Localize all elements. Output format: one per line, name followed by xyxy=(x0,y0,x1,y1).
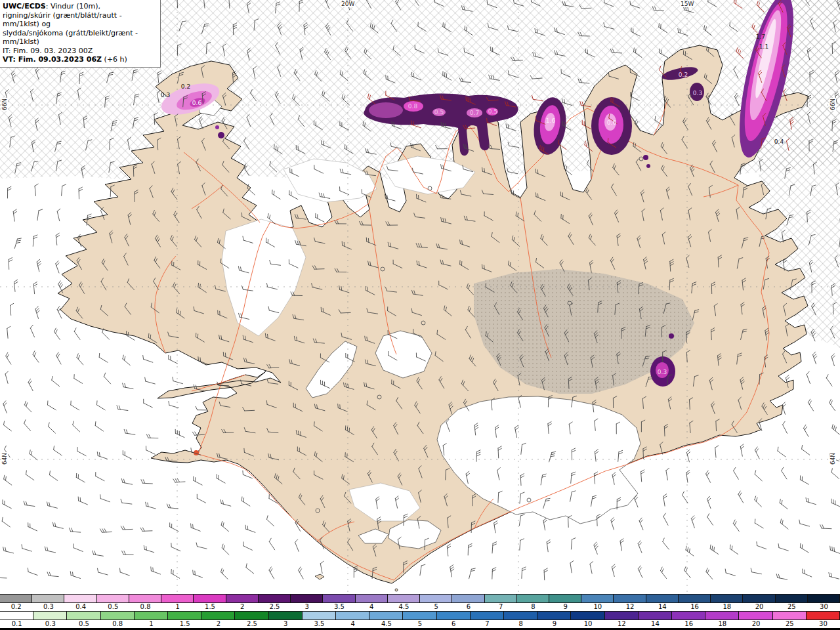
graticule-label: 66N xyxy=(830,98,836,111)
legend-value: 0.1 xyxy=(0,620,33,628)
legend-cell xyxy=(420,595,452,602)
legend-value: 2 xyxy=(201,620,235,628)
legend-cell xyxy=(571,612,604,620)
legend-rain-scale-values: 0.10.30.50.811.522.533.544.5567891012141… xyxy=(0,620,840,628)
legend-value: 12 xyxy=(614,603,646,611)
legend-value: 2.5 xyxy=(235,620,268,628)
legend-value: 0.5 xyxy=(97,603,129,611)
legend-cell xyxy=(303,612,336,620)
legend-value: 12 xyxy=(605,620,639,628)
legend-cell xyxy=(135,612,168,620)
legend-value: 4 xyxy=(336,620,369,628)
legend-cell xyxy=(161,595,194,602)
precip-value-label: 1.7 xyxy=(756,33,765,40)
legend-cell xyxy=(605,612,639,620)
legend-value: 0.8 xyxy=(129,603,161,611)
precip-value-label: 0.6 xyxy=(607,119,617,126)
legend-cell xyxy=(743,595,775,602)
legend-cell xyxy=(437,612,471,620)
legend-value: 3.5 xyxy=(323,603,355,611)
legend-cell xyxy=(259,595,291,602)
offshore-island xyxy=(395,589,398,591)
legend-cell xyxy=(471,612,504,620)
graticule-label: 64N xyxy=(1,452,8,465)
precip-value-label: 0.2 xyxy=(679,72,688,78)
legend-value: 6 xyxy=(437,620,471,628)
legend-rain-scale-bar xyxy=(0,611,840,620)
legend-value: 6 xyxy=(452,603,484,611)
legend-cell xyxy=(773,612,807,620)
legend-cell xyxy=(452,595,484,602)
legend-value: 1 xyxy=(161,603,194,611)
legend-cell xyxy=(67,612,100,620)
legend-cell xyxy=(235,612,268,620)
precip-value-label: 1.1 xyxy=(759,43,768,50)
precip-value-label: 0.8 xyxy=(408,103,418,110)
legend-value: 4.5 xyxy=(369,620,403,628)
legend-cell xyxy=(168,612,201,620)
precip-value-label: 0.5 xyxy=(434,109,444,116)
legend-value: 3.5 xyxy=(303,620,336,628)
precip-value-label: 1.6 xyxy=(546,117,556,124)
legend-value: 20 xyxy=(739,620,772,628)
precip-value-label: 0.7 xyxy=(470,110,479,116)
header-line-rain: rigning/skúrir (grænt/blátt/rautt - mm/1… xyxy=(3,11,156,29)
legend-cell xyxy=(672,612,705,620)
legend-value: 2 xyxy=(226,603,259,611)
legend-cell xyxy=(808,595,840,602)
legend-cell xyxy=(323,595,355,602)
legend-cell xyxy=(739,612,772,620)
legend-cell xyxy=(403,612,436,620)
map-area: 0.30.20.60.80.50.70.51.60.60.20.31.71.10… xyxy=(0,0,840,594)
legend-cell xyxy=(269,612,303,620)
weather-map-svg: 0.30.20.60.80.50.70.51.60.60.20.31.71.10… xyxy=(0,0,840,594)
legend-snow-scale-bar xyxy=(0,594,840,603)
precip-value-label: 0.6 xyxy=(192,100,202,106)
legend-value: 18 xyxy=(711,603,743,611)
precip-value-label: 0.3 xyxy=(693,90,702,96)
model-name: UWC/ECDS xyxy=(3,2,46,10)
legend-value: 8 xyxy=(517,603,549,611)
legend-cell xyxy=(581,595,614,602)
legend-value: 5 xyxy=(403,620,436,628)
precip-value-label: 0.5 xyxy=(488,108,497,115)
legend-value: 9 xyxy=(549,603,581,611)
graticule-label: 64N xyxy=(830,452,836,465)
legend-value: 0.8 xyxy=(101,620,135,628)
legend-value: 0.3 xyxy=(32,603,64,611)
legend-value: 30 xyxy=(807,620,840,628)
legend-value: 16 xyxy=(679,603,711,611)
legend-cell xyxy=(639,612,672,620)
legend-cell xyxy=(33,612,67,620)
precip-value-label: 0.3 xyxy=(658,369,667,375)
precip-value-label: 0.4 xyxy=(774,138,784,145)
legend-value: 18 xyxy=(705,620,739,628)
legend-cell xyxy=(679,595,711,602)
legend-cell xyxy=(388,595,420,602)
legend-cell xyxy=(711,595,743,602)
legend-value: 0.3 xyxy=(33,620,67,628)
legend-value: 0.4 xyxy=(64,603,96,611)
legend-snow-scale-values: 0.20.30.40.50.811.522.533.544.5567891012… xyxy=(0,603,840,611)
model-variable: : Vindur (10m), xyxy=(46,2,100,10)
legend-cell xyxy=(226,595,259,602)
legend-value: 3 xyxy=(291,603,323,611)
legend-cell xyxy=(194,595,226,602)
legend-cell xyxy=(32,595,64,602)
legend-value: 16 xyxy=(672,620,705,628)
legend-value: 30 xyxy=(808,603,840,611)
legend-value: 25 xyxy=(776,603,808,611)
legend-value: 9 xyxy=(537,620,571,628)
legend-value: 1 xyxy=(135,620,168,628)
precipitation-legend: 0.20.30.40.50.811.522.533.544.5567891012… xyxy=(0,594,840,630)
offshore-island xyxy=(315,574,324,579)
legend-cell xyxy=(807,612,840,620)
graticule-label: 20W xyxy=(341,1,355,7)
legend-value: 5 xyxy=(420,603,452,611)
legend-cell xyxy=(101,612,135,620)
graticule-label: 66N xyxy=(1,98,8,111)
legend-value: 3 xyxy=(269,620,303,628)
graticule-label: 15W xyxy=(680,1,694,7)
legend-cell xyxy=(0,595,32,602)
legend-value: 7 xyxy=(485,603,517,611)
